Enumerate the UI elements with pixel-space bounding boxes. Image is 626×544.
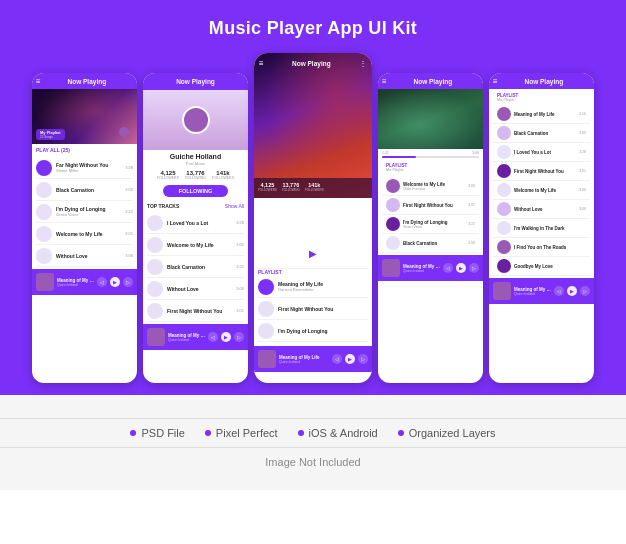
phone-4: ≡ Now Playing 1:22 3:46 PLAYLIST Mix Pla…	[378, 73, 483, 383]
prev-icon-3[interactable]: ⏮	[284, 248, 294, 259]
player-thumb	[36, 273, 54, 291]
avatar-2	[182, 106, 210, 134]
song-thumb	[386, 236, 400, 250]
follow-button[interactable]: FOLLOWING	[163, 185, 229, 197]
list-item[interactable]: Welcome to My Life 3:01	[36, 223, 133, 245]
list-item[interactable]: I Find You on The Roads	[493, 238, 590, 257]
list-item[interactable]: Welcome to My LifeOdile Fremont 3:00	[382, 177, 479, 196]
list-item[interactable]: Black Carnation 3:00	[382, 234, 479, 253]
list-item[interactable]: First Night Without You 3:01	[147, 300, 244, 322]
prev-button[interactable]: ◁	[97, 277, 107, 287]
menu-icon-3[interactable]: ≡	[259, 59, 264, 68]
list-item[interactable]: I'm Walking in The Dark	[493, 219, 590, 238]
avatar-1	[119, 127, 129, 137]
list-item[interactable]: First Night Without You 3:01	[493, 162, 590, 181]
list-item[interactable]: Without Love 3:06	[147, 278, 244, 300]
song-thumb	[386, 198, 400, 212]
list-item[interactable]: Meaning of My Life 2:16	[493, 105, 590, 124]
menu-icon-5[interactable]: ≡	[493, 78, 498, 86]
repeat-icon[interactable]: ↺	[350, 248, 358, 259]
phone3-header: ≡ Now Playing ⋮	[254, 53, 372, 68]
prev-button[interactable]: ◁	[554, 286, 564, 296]
song-thumb	[497, 164, 511, 178]
next-button[interactable]: ▷	[123, 277, 133, 287]
list-item[interactable]: I'm Dying of Longing	[258, 320, 368, 342]
list-item[interactable]: Goodbye My Love	[493, 257, 590, 276]
phone3-hero: ≡ Now Playing ⋮ 4,125 FOLLOWERS 13,776 F…	[254, 53, 372, 198]
next-button[interactable]: ▷	[234, 332, 244, 342]
prev-button[interactable]: ◁	[208, 332, 218, 342]
list-item[interactable]: Without Love 3:06	[493, 200, 590, 219]
list-item[interactable]: Welcome to My Life 3:00	[493, 181, 590, 200]
progress-container-4: 1:22 3:46	[378, 149, 483, 160]
prev-button[interactable]: ◁	[443, 263, 453, 273]
play-button[interactable]: ▶	[345, 354, 355, 364]
feature-pixel: Pixel Perfect	[205, 427, 278, 439]
list-item[interactable]: I'm Dying of Longing Grace Victor 3:22	[36, 201, 133, 223]
song-thumb	[147, 237, 163, 253]
prev-button[interactable]: ◁	[332, 354, 342, 364]
feature-dot	[130, 430, 136, 436]
phone5-header: ≡ Now Playing	[489, 73, 594, 89]
player-thumb	[147, 328, 165, 346]
show-all-link[interactable]: Show All	[225, 203, 244, 209]
list-item[interactable]: Black Carnation 3:00	[493, 124, 590, 143]
top-section: Music Player App UI Kit ≡ Now Playing My…	[0, 0, 626, 395]
next-button[interactable]: ▷	[580, 286, 590, 296]
player-bar-5: Meaning of My Life Quinn Ireland ◁ ▶ ▷	[489, 278, 594, 304]
song-thumb	[497, 126, 511, 140]
phone-2: Now Playing Guiche Holland Post Music 4,…	[143, 73, 248, 383]
player-thumb-4	[382, 259, 400, 277]
list-item[interactable]: I Loved You a Lot 3:28	[147, 212, 244, 234]
playlist-header-5: PLAYLIST Mix Playlist	[489, 89, 594, 103]
more-icon-3[interactable]: ⋮	[359, 59, 367, 68]
player-bar-3: Meaning of My Life Quinn Ireland ◁ ▶ ▷	[254, 346, 372, 372]
list-item[interactable]: Black Carnation 3:00	[36, 179, 133, 201]
list-item[interactable]: Black Carnation 3:22	[147, 256, 244, 278]
feature-dot	[298, 430, 304, 436]
list-item[interactable]: First Night Without You	[258, 298, 368, 320]
song-thumb	[497, 240, 511, 254]
next-icon-3[interactable]: ⏭	[332, 248, 342, 259]
song-thumb	[36, 248, 52, 264]
tracks-list-2: I Loved You a Lot 3:28 Welcome to My Lif…	[143, 210, 248, 324]
play-button-3[interactable]: ▶	[302, 242, 324, 264]
song-list-1: Far Night Without You Shane Miller 3:28 …	[32, 155, 137, 269]
menu-icon-4[interactable]: ≡	[382, 78, 387, 86]
play-button[interactable]: ▶	[567, 286, 577, 296]
song-thumb	[147, 259, 163, 275]
bottom-section: PSD File Pixel Perfect iOS & Android Org…	[0, 395, 626, 490]
list-item[interactable]: Meaning of My Life Garison Bennedetto	[258, 276, 368, 298]
next-button[interactable]: ▷	[358, 354, 368, 364]
list-item[interactable]: I Loved You a Lot 3:28	[493, 143, 590, 162]
player-controls-2: ◁ ▶ ▷	[208, 332, 244, 342]
divider	[0, 418, 626, 419]
song-thumb	[36, 226, 52, 242]
phone3-overlay-content: 4,125 FOLLOWERS 13,776 FOLLOWING 141k FO…	[254, 178, 372, 198]
song-thumb	[258, 323, 274, 339]
shuffle-icon[interactable]: ⇄	[268, 248, 276, 259]
play-all-label[interactable]: PLAY ALL (25)	[32, 144, 137, 155]
progress-fill-4	[382, 156, 416, 158]
artist-subtitle: Post Music	[143, 161, 248, 166]
feature-layers: Organized Layers	[398, 427, 496, 439]
play-button[interactable]: ▶	[221, 332, 231, 342]
song-thumb	[497, 259, 511, 273]
list-item[interactable]: Without Love 3:06	[36, 245, 133, 267]
list-item[interactable]: I'm Dying of LongingVivien Victor 3:22	[382, 215, 479, 234]
list-item[interactable]: First Night Without You 3:01	[382, 196, 479, 215]
not-included-label: Image Not Included	[265, 456, 360, 468]
progress-track-4[interactable]	[382, 156, 479, 158]
phone2-header: Now Playing	[143, 73, 248, 90]
play-button[interactable]: ▶	[456, 263, 466, 273]
player-bar-2: Meaning of My Life Quinn Ireland ◁ ▶ ▷	[143, 324, 248, 350]
player-controls-3: ◁ ▶ ▷	[332, 354, 368, 364]
list-item[interactable]: Far Night Without You Shane Miller 3:28	[36, 157, 133, 179]
phone3-white-content: Meaning of My Life Guiche Holland	[254, 198, 372, 346]
play-button[interactable]: ▶	[110, 277, 120, 287]
list-item[interactable]: Welcome to My Life 3:00	[147, 234, 244, 256]
player-bar-1: Meaning of My Life Quinn Ireland ◁ ▶ ▷	[32, 269, 137, 295]
next-button[interactable]: ▷	[469, 263, 479, 273]
menu-icon[interactable]: ≡	[36, 78, 41, 86]
phones-row: ≡ Now Playing My Playlist 25 Songs PLAY …	[10, 53, 616, 383]
